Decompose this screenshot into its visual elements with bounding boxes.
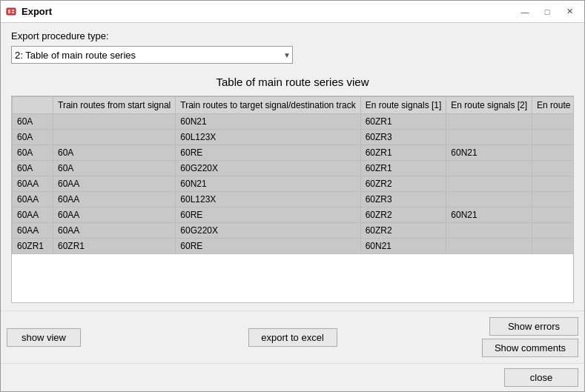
dropdown-wrapper: 2: Table of main route series ▼: [11, 46, 293, 64]
cell-1-1: [53, 130, 176, 145]
col-header-1: Train routes from start signal: [53, 97, 176, 114]
cell-2-5: [532, 145, 574, 161]
cell-7-4: [446, 223, 532, 239]
table-row: 60A60N2160ZR1: [13, 114, 575, 130]
cell-1-4: [446, 130, 532, 145]
cell-0-1: [53, 114, 176, 130]
table-header-row: Train routes from start signal Train rou…: [13, 97, 575, 114]
table-row: 60AA60AA60G220X60ZR2: [13, 223, 575, 239]
cell-2-0: 60A: [13, 145, 53, 161]
cell-6-1: 60AA: [53, 207, 176, 223]
cell-4-0: 60AA: [13, 176, 53, 192]
close-window-button[interactable]: ✕: [559, 4, 580, 20]
cell-8-2: 60RE: [176, 239, 360, 254]
cell-4-5: [532, 176, 574, 192]
cell-7-0: 60AA: [13, 223, 53, 239]
cell-6-4: 60N21: [446, 207, 532, 223]
cell-3-5: [532, 161, 574, 176]
cell-6-5: [532, 207, 574, 223]
svg-rect-3: [12, 12, 14, 13]
cell-5-5: [532, 192, 574, 207]
cell-3-1: 60A: [53, 161, 176, 176]
cell-5-2: 60L123X: [176, 192, 360, 207]
cell-0-3: 60ZR1: [360, 114, 446, 130]
cell-2-4: 60N21: [446, 145, 532, 161]
cell-1-0: 60A: [13, 130, 53, 145]
main-table: Train routes from start signal Train rou…: [12, 96, 574, 254]
cell-3-0: 60A: [13, 161, 53, 176]
table-row: 60AA60AA60L123X60ZR3: [13, 192, 575, 207]
cell-6-2: 60RE: [176, 207, 360, 223]
show-errors-button[interactable]: Show errors: [489, 317, 578, 336]
export-type-label: Export procedure type:: [11, 30, 574, 41]
cell-6-0: 60AA: [13, 207, 53, 223]
svg-rect-2: [12, 10, 14, 11]
window-controls: — □ ✕: [515, 4, 580, 20]
cell-8-3: 60N21: [360, 239, 446, 254]
table-row: 60A60A60RE60ZR160N21: [13, 145, 575, 161]
show-comments-button[interactable]: Show comments: [482, 339, 578, 357]
cell-2-2: 60RE: [176, 145, 360, 161]
footer-center: export to excel: [197, 328, 388, 347]
show-view-button[interactable]: show view: [7, 328, 81, 347]
cell-1-5: [532, 130, 574, 145]
cell-5-4: [446, 192, 532, 207]
maximize-button[interactable]: □: [537, 4, 558, 20]
footer-left: show view: [7, 328, 197, 347]
cell-3-2: 60G220X: [176, 161, 360, 176]
title-bar: Export — □ ✕: [1, 1, 584, 23]
svg-rect-1: [8, 10, 10, 13]
cell-4-2: 60N21: [176, 176, 360, 192]
window-icon: [5, 6, 17, 18]
cell-0-0: 60A: [13, 114, 53, 130]
footer-row: show view export to excel Show errors Sh…: [1, 310, 584, 363]
col-header-5: En route signals [3]: [532, 97, 574, 114]
close-button[interactable]: close: [504, 368, 578, 387]
cell-7-3: 60ZR2: [360, 223, 446, 239]
main-window: Export — □ ✕ Export procedure type: 2: T…: [0, 0, 585, 392]
bottom-row: close: [1, 363, 584, 391]
main-content: Export procedure type: 2: Table of main …: [1, 23, 584, 310]
table-title: Table of main route series view: [11, 64, 574, 96]
cell-6-3: 60ZR2: [360, 207, 446, 223]
cell-5-0: 60AA: [13, 192, 53, 207]
cell-8-1: 60ZR1: [53, 239, 176, 254]
cell-3-4: [446, 161, 532, 176]
cell-8-0: 60ZR1: [13, 239, 53, 254]
cell-2-1: 60A: [53, 145, 176, 161]
export-to-excel-button[interactable]: export to excel: [248, 328, 337, 347]
window-title: Export: [22, 6, 515, 17]
cell-3-3: 60ZR1: [360, 161, 446, 176]
export-type-dropdown[interactable]: 2: Table of main route series: [11, 46, 293, 64]
table-body: 60A60N2160ZR160A60L123X60ZR360A60A60RE60…: [13, 114, 575, 254]
cell-0-5: [532, 114, 574, 130]
table-row: 60A60L123X60ZR3: [13, 130, 575, 145]
cell-8-4: [446, 239, 532, 254]
cell-4-4: [446, 176, 532, 192]
svg-rect-0: [7, 8, 16, 15]
cell-7-1: 60AA: [53, 223, 176, 239]
cell-4-1: 60AA: [53, 176, 176, 192]
table-row: 60A60A60G220X60ZR1: [13, 161, 575, 176]
col-header-3: En route signals [1]: [360, 97, 446, 114]
cell-0-2: 60N21: [176, 114, 360, 130]
table-row: 60ZR160ZR160RE60N21: [13, 239, 575, 254]
cell-5-1: 60AA: [53, 192, 176, 207]
cell-4-3: 60ZR2: [360, 176, 446, 192]
table-wrapper[interactable]: Train routes from start signal Train rou…: [11, 96, 574, 303]
cell-7-5: [532, 223, 574, 239]
col-header-4: En route signals [2]: [446, 97, 532, 114]
cell-1-3: 60ZR3: [360, 130, 446, 145]
table-row: 60AA60AA60N2160ZR2: [13, 176, 575, 192]
table-row: 60AA60AA60RE60ZR260N21: [13, 207, 575, 223]
cell-8-5: [532, 239, 574, 254]
minimize-button[interactable]: —: [515, 4, 535, 20]
table-section: Table of main route series view Train ro…: [11, 64, 574, 303]
cell-5-3: 60ZR3: [360, 192, 446, 207]
footer-right: Show errors Show comments: [388, 317, 578, 357]
cell-1-2: 60L123X: [176, 130, 360, 145]
col-header-0: [13, 97, 53, 114]
col-header-2: Train routes to target signal/destinatio…: [176, 97, 360, 114]
cell-0-4: [446, 114, 532, 130]
cell-2-3: 60ZR1: [360, 145, 446, 161]
